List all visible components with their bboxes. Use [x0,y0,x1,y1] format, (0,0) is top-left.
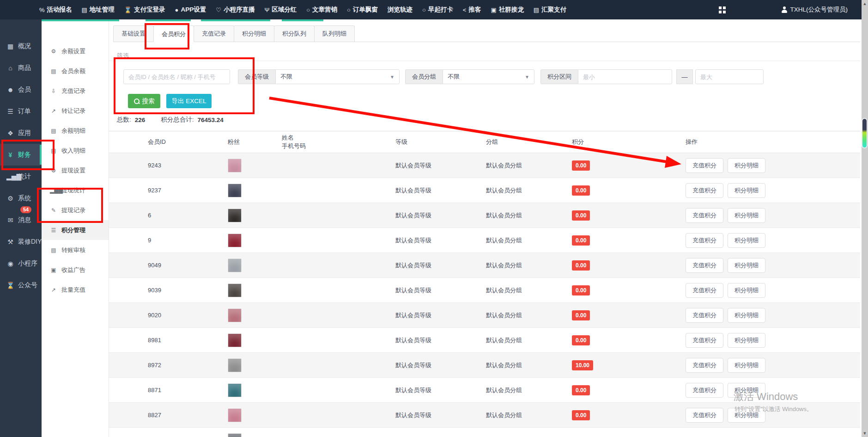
recharge-points-button[interactable]: 充值积分 [686,158,723,173]
submenu-item-提现记录[interactable]: ✎提现记录 [42,200,109,220]
summary-stats: 总数: 226 积分总合计: 76453.24 [117,116,224,124]
scroll-up-icon[interactable]: ▲ [862,0,868,7]
recharge-points-button[interactable]: 充值积分 [686,258,723,273]
sidebar-item-财务[interactable]: ¥财务 [0,144,42,166]
sidebar-item-概况[interactable]: ▦概况 [0,35,42,57]
topbar-item-5[interactable]: ♡小程序直播 [216,6,255,14]
group-cell: 默认会员分组 [486,336,572,345]
topbar-right: TXHL(公众号管理员) [719,0,848,19]
level-cell: 默认会员等级 [395,386,486,394]
sidebar-item-装修DIY[interactable]: ⚒装修DIY [0,231,42,252]
tab-会员积分[interactable]: 会员积分 [153,25,194,42]
points-detail-button[interactable]: 积分明细 [728,158,765,173]
points-min-input[interactable] [578,69,672,84]
topbar-item-label: 浏览轨迹 [388,6,413,14]
group-select[interactable]: 不限 ▼ [443,69,534,84]
tab-基础设置[interactable]: 基础设置 [113,25,154,42]
points-detail-button[interactable]: 积分明细 [728,408,765,423]
sidebar-item-label: 订单 [18,107,31,116]
keyword-input[interactable] [123,69,230,84]
points-detail-button[interactable]: 积分明细 [728,383,765,398]
sidebar-item-系统[interactable]: ⚙系统 [0,187,42,209]
table-row: 9237默认会员等级默认会员分组0.00充值积分积分明细 [109,178,860,203]
tab-积分明细[interactable]: 积分明细 [234,25,274,42]
sidebar-item-统计[interactable]: ▂▅▇统计 [0,166,42,187]
sidebar-item-消息[interactable]: ✉消息54 [0,209,42,231]
topbar-item-9[interactable]: 浏览轨迹 [388,6,413,14]
topbar-item-13[interactable]: ▤汇聚支付 [534,6,566,14]
range-separator: — [676,69,693,84]
header-name: 姓名 [282,134,395,142]
sidebar-item-订单[interactable]: ☰订单 [0,100,42,122]
points-detail-button[interactable]: 积分明细 [728,183,765,198]
topbar-item-11[interactable]: <推客 [463,6,481,14]
topbar-item-3[interactable]: ⌛支付宝登录 [124,6,165,14]
recharge-points-button[interactable]: 充值积分 [686,408,723,423]
sidebar-item-商品[interactable]: ⌂商品 [0,57,42,79]
recharge-points-button[interactable]: 充值积分 [686,383,723,398]
user-menu[interactable]: TXHL(公众号管理员) [781,6,848,14]
submenu-item-会员余额[interactable]: ▤会员余额 [42,61,109,81]
recharge-points-button[interactable]: 充值积分 [686,233,723,248]
recharge-points-button[interactable]: 充值积分 [686,183,723,198]
topbar-item-12[interactable]: ▣社群接龙 [491,6,523,14]
tab-队列明细[interactable]: 队列明细 [314,25,355,42]
sidebar-item-公众号[interactable]: ⌛公众号 [0,274,42,296]
topbar-item-2[interactable]: ▤地址管理 [82,6,115,14]
sidebar-item-会员[interactable]: ☻会员 [0,79,42,100]
submenu-item-收入明细[interactable]: ▤收入明细 [42,141,109,160]
submenu-item-转账审核[interactable]: ▤转账审核 [42,240,109,260]
points-detail-button[interactable]: 积分明细 [728,258,765,273]
scrollbar[interactable]: ▲ ▼ [862,0,868,437]
points-detail-button[interactable]: 积分明细 [728,358,765,373]
chart-line-icon: ↗ [50,287,57,293]
points-cell: 0.00 [572,410,686,420]
table-row: 8972默认会员等级默认会员分组10.00充值积分积分明细 [109,353,860,378]
points-detail-button[interactable]: 积分明细 [728,283,765,298]
recharge-points-button[interactable]: 充值积分 [686,333,723,348]
sidebar-item-小程序[interactable]: ◉小程序 [0,252,42,274]
scrollbar-thumb[interactable] [862,118,868,148]
topbar-item-1[interactable]: %活动报名 [39,6,72,14]
topbar-item-4[interactable]: ●APP设置 [175,6,206,14]
topbar-item-8[interactable]: ○订单飘窗 [347,6,378,14]
actions-cell: 充值积分积分明细 [686,408,860,423]
export-excel-button[interactable]: 导出 EXCEL [166,94,212,108]
points-detail-button[interactable]: 积分明细 [728,233,765,248]
points-badge: 0.00 [572,185,590,196]
submenu-item-转让记录[interactable]: ↗转让记录 [42,101,109,121]
tab-积分队列[interactable]: 积分队列 [274,25,315,42]
submenu-item-余额设置[interactable]: ⚙余额设置 [42,41,109,61]
recharge-points-button[interactable]: 充值积分 [686,208,723,223]
topbar-item-10[interactable]: ○早起打卡 [422,6,453,14]
apps-grid-icon[interactable] [719,6,726,13]
points-range-group: 积分区间 [540,69,672,84]
points-max-input[interactable] [695,69,764,84]
recharge-points-button[interactable]: 充值积分 [686,283,723,298]
points-detail-button[interactable]: 积分明细 [728,208,765,223]
search-button[interactable]: 搜索 [128,94,160,108]
submenu-item-余额明细[interactable]: ▤余额明细 [42,121,109,141]
submenu-item-收益广告[interactable]: ▣收益广告 [42,260,109,280]
topbar-item-6[interactable]: Ψ区域分红 [264,6,297,14]
actions-cell: 充值积分积分明细 [686,233,860,248]
recharge-points-button[interactable]: 充值积分 [686,358,723,373]
recharge-points-button[interactable]: 充值积分 [686,308,723,323]
chevron-down-icon: ▼ [525,74,529,80]
tab-充值记录[interactable]: 充值记录 [194,25,234,42]
submenu-item-充值记录[interactable]: ⇩充值记录 [42,81,109,101]
submenu-item-提现统计[interactable]: ▂▅▇提现统计 [42,180,109,200]
apps-icon: ❖ [6,129,14,137]
group-cell: 默认会员分组 [486,361,572,369]
topbar-item-7[interactable]: ○文章营销 [306,6,337,14]
points-detail-button[interactable]: 积分明细 [728,308,765,323]
scroll-down-icon[interactable]: ▼ [862,430,868,437]
sidebar-item-应用[interactable]: ❖应用 [0,122,42,144]
submenu-item-提现设置[interactable]: ⚙提现设置 [42,160,109,180]
submenu-item-积分管理[interactable]: ☰积分管理 [42,220,109,240]
submenu-item-批量充值[interactable]: ↗批量充值 [42,280,109,300]
points-detail-button[interactable]: 积分明细 [728,333,765,348]
primary-sidebar: ▦概况⌂商品☻会员☰订单❖应用¥财务▂▅▇统计⚙系统✉消息54⚒装修DIY◉小程… [0,19,42,437]
tab-bar: 基础设置会员积分充值记录积分明细积分队列队列明细 [113,25,860,42]
level-select[interactable]: 不限 ▼ [275,69,400,84]
